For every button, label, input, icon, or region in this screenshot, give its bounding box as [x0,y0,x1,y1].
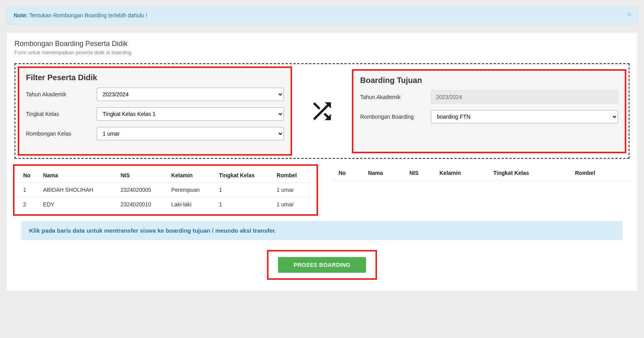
cell-nama: EDY [40,197,118,212]
alert-note: Note: Tentukan Rombongan Boarding terleb… [6,6,638,24]
table-row[interactable]: 2EDY2324020010Laki-laki11 umar [17,197,314,212]
th-rombel: Rombel [274,168,314,183]
rombongan-kelas-select[interactable]: 1 umar [97,127,284,140]
tujuan-rombel-label: Rombongan Boarding [360,114,431,120]
th-kelamin: Kelamin [436,166,490,180]
target-table-wrap: No Nama NIS Kelamin Tingkat Kelas Rombel [332,166,629,214]
filter-box-source: Filter Peserta Didik Tahun Akademik 2023… [18,67,291,155]
page-title: Rombongan Boarding Peserta Didik [15,40,629,48]
panel-main: Rombongan Boarding Peserta Didik Form un… [6,32,638,291]
page-subtitle: Form untuk menempatkan peserta didik di … [15,50,629,55]
tujuan-tahun-label: Tahun Akademik [360,94,431,100]
cell-no: 2 [17,197,40,212]
cell-rombel: 1 umar [274,197,314,212]
shuffle-icon [309,98,335,125]
alert-note-text: Tentukan Rombongan Boarding terlebih dah… [28,12,147,18]
th-kelamin: Kelamin [168,168,216,183]
source-table-wrap: No Nama NIS Kelamin Tingkat Kelas Rombel… [15,166,316,214]
tujuan-rombel-select[interactable]: boarding FTN [431,110,618,123]
rombongan-kelas-label: Rombongan Kelas [26,130,97,137]
cell-nis: 2324020005 [118,183,168,197]
tahun-akademik-select[interactable]: 2023/2024 [97,88,284,101]
filter-outer: Filter Peserta Didik Tahun Akademik 2023… [15,63,629,159]
th-nis: NIS [118,168,168,183]
th-nama: Nama [365,166,406,180]
alert-note-label: Note: [14,12,28,18]
tujuan-tahun-readonly: 2023/2024 [431,90,618,104]
filter-box-target: Boarding Tujuan Tahun Akademik 2023/2024… [353,70,626,152]
instruction-banner: Klik pada baris data untuk mentransfer s… [22,221,622,240]
th-tingkat: Tingkat Kelas [490,166,572,180]
tingkat-kelas-select[interactable]: Tingkat Kelas Kelas 1 [97,107,284,121]
th-nama: Nama [40,168,118,183]
proses-boarding-button[interactable]: PROSES BOARDING [278,257,366,273]
cell-tingkat: 1 [216,197,274,212]
cell-nama: ABIDAH SHOLIHAH [40,183,118,197]
th-tingkat: Tingkat Kelas [216,168,274,183]
filter-title: Filter Peserta Didik [26,73,284,82]
action-wrap: PROSES BOARDING [15,250,629,284]
cell-rombel: 1 umar [274,183,314,197]
th-nis: NIS [406,166,436,180]
th-no: No [332,166,365,180]
action-highlight: PROSES BOARDING [267,250,377,280]
th-rombel: Rombel [572,166,629,180]
tingkat-kelas-label: Tingkat Kelas [26,111,97,117]
cell-tingkat: 1 [216,183,274,197]
transfer-icon [298,98,346,125]
source-table: No Nama NIS Kelamin Tingkat Kelas Rombel… [17,168,314,212]
table-row[interactable]: 1ABIDAH SHOLIHAH2324020005Perempuan11 um… [17,183,314,197]
tahun-akademik-label: Tahun Akademik [26,91,97,97]
close-icon[interactable]: × [627,10,632,19]
cell-kelamin: Perempuan [168,183,216,197]
th-no: No [17,168,40,183]
tables-row: No Nama NIS Kelamin Tingkat Kelas Rombel… [15,166,629,214]
cell-no: 1 [17,183,40,197]
tujuan-title: Boarding Tujuan [360,76,618,85]
cell-nis: 2324020010 [118,197,168,212]
cell-kelamin: Laki-laki [168,197,216,212]
target-table: No Nama NIS Kelamin Tingkat Kelas Rombel [332,166,629,180]
